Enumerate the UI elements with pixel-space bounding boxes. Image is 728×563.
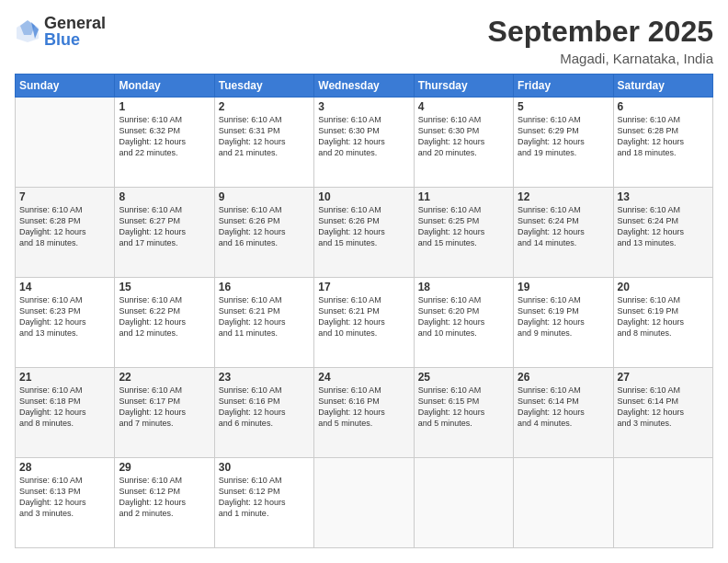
month-title: September 2025	[488, 15, 713, 49]
logo-blue-text: Blue	[44, 31, 106, 48]
day-info: Sunrise: 6:10 AM Sunset: 6:15 PM Dayligh…	[418, 385, 509, 430]
calendar-cell: 19Sunrise: 6:10 AM Sunset: 6:19 PM Dayli…	[514, 278, 613, 368]
day-info: Sunrise: 6:10 AM Sunset: 6:27 PM Dayligh…	[119, 204, 210, 249]
day-info: Sunrise: 6:10 AM Sunset: 6:30 PM Dayligh…	[418, 114, 509, 159]
calendar-cell	[414, 458, 513, 548]
location-title: Magadi, Karnataka, India	[488, 51, 713, 66]
day-info: Sunrise: 6:10 AM Sunset: 6:21 PM Dayligh…	[318, 294, 409, 339]
day-header-sunday: Sunday	[16, 75, 115, 98]
day-number: 9	[219, 190, 310, 203]
calendar-cell: 18Sunrise: 6:10 AM Sunset: 6:20 PM Dayli…	[414, 278, 513, 368]
calendar-cell: 2Sunrise: 6:10 AM Sunset: 6:31 PM Daylig…	[214, 98, 313, 188]
day-number: 26	[518, 371, 609, 384]
calendar-cell: 17Sunrise: 6:10 AM Sunset: 6:21 PM Dayli…	[314, 278, 414, 368]
day-header-monday: Monday	[115, 75, 214, 98]
day-number: 13	[618, 190, 709, 203]
calendar-cell: 10Sunrise: 6:10 AM Sunset: 6:26 PM Dayli…	[314, 188, 414, 278]
calendar-cell: 21Sunrise: 6:10 AM Sunset: 6:18 PM Dayli…	[16, 368, 115, 458]
calendar-cell: 6Sunrise: 6:10 AM Sunset: 6:28 PM Daylig…	[613, 98, 712, 188]
day-header-wednesday: Wednesday	[314, 75, 414, 98]
day-number: 30	[219, 461, 310, 474]
day-info: Sunrise: 6:10 AM Sunset: 6:28 PM Dayligh…	[19, 204, 110, 249]
calendar-week-row: 1Sunrise: 6:10 AM Sunset: 6:32 PM Daylig…	[16, 98, 713, 188]
calendar-cell: 26Sunrise: 6:10 AM Sunset: 6:14 PM Dayli…	[514, 368, 613, 458]
day-number: 28	[19, 461, 110, 474]
calendar-cell: 14Sunrise: 6:10 AM Sunset: 6:23 PM Dayli…	[16, 278, 115, 368]
calendar-cell: 29Sunrise: 6:10 AM Sunset: 6:12 PM Dayli…	[115, 458, 214, 548]
day-info: Sunrise: 6:10 AM Sunset: 6:21 PM Dayligh…	[219, 294, 310, 339]
logo-icon	[15, 18, 40, 44]
day-number: 10	[318, 190, 409, 203]
day-number: 23	[219, 371, 310, 384]
day-info: Sunrise: 6:10 AM Sunset: 6:19 PM Dayligh…	[618, 294, 709, 339]
day-number: 21	[19, 371, 110, 384]
day-number: 6	[618, 100, 709, 113]
calendar-header-row: SundayMondayTuesdayWednesdayThursdayFrid…	[16, 75, 713, 98]
day-number: 11	[418, 190, 509, 203]
day-header-tuesday: Tuesday	[214, 75, 313, 98]
logo-text: General Blue	[44, 15, 106, 48]
calendar-cell	[314, 458, 414, 548]
day-number: 18	[418, 281, 509, 293]
calendar-cell: 20Sunrise: 6:10 AM Sunset: 6:19 PM Dayli…	[613, 278, 712, 368]
day-number: 15	[119, 281, 210, 293]
calendar-cell: 25Sunrise: 6:10 AM Sunset: 6:15 PM Dayli…	[414, 368, 513, 458]
calendar-week-row: 7Sunrise: 6:10 AM Sunset: 6:28 PM Daylig…	[16, 188, 713, 278]
day-info: Sunrise: 6:10 AM Sunset: 6:26 PM Dayligh…	[318, 204, 409, 249]
day-info: Sunrise: 6:10 AM Sunset: 6:30 PM Dayligh…	[318, 114, 409, 159]
calendar-cell: 13Sunrise: 6:10 AM Sunset: 6:24 PM Dayli…	[613, 188, 712, 278]
calendar-cell	[613, 458, 712, 548]
day-number: 20	[618, 281, 709, 293]
day-info: Sunrise: 6:10 AM Sunset: 6:19 PM Dayligh…	[518, 294, 609, 339]
day-info: Sunrise: 6:10 AM Sunset: 6:22 PM Dayligh…	[119, 294, 210, 339]
day-number: 7	[19, 190, 110, 203]
day-number: 29	[119, 461, 210, 474]
day-info: Sunrise: 6:10 AM Sunset: 6:32 PM Dayligh…	[119, 114, 210, 159]
calendar-cell: 3Sunrise: 6:10 AM Sunset: 6:30 PM Daylig…	[314, 98, 414, 188]
calendar-cell: 5Sunrise: 6:10 AM Sunset: 6:29 PM Daylig…	[514, 98, 613, 188]
day-number: 8	[119, 190, 210, 203]
day-info: Sunrise: 6:10 AM Sunset: 6:24 PM Dayligh…	[618, 204, 709, 249]
day-info: Sunrise: 6:10 AM Sunset: 6:18 PM Dayligh…	[19, 385, 110, 430]
calendar-cell: 9Sunrise: 6:10 AM Sunset: 6:26 PM Daylig…	[214, 188, 313, 278]
day-number: 22	[119, 371, 210, 384]
day-header-friday: Friday	[514, 75, 613, 98]
page: General Blue September 2025 Magadi, Karn…	[0, 0, 728, 563]
day-number: 3	[318, 100, 409, 113]
day-info: Sunrise: 6:10 AM Sunset: 6:12 PM Dayligh…	[119, 475, 210, 520]
calendar-cell: 12Sunrise: 6:10 AM Sunset: 6:24 PM Dayli…	[514, 188, 613, 278]
calendar-cell: 30Sunrise: 6:10 AM Sunset: 6:12 PM Dayli…	[214, 458, 313, 548]
calendar-cell: 22Sunrise: 6:10 AM Sunset: 6:17 PM Dayli…	[115, 368, 214, 458]
day-info: Sunrise: 6:10 AM Sunset: 6:13 PM Dayligh…	[19, 475, 110, 520]
day-info: Sunrise: 6:10 AM Sunset: 6:26 PM Dayligh…	[219, 204, 310, 249]
day-info: Sunrise: 6:10 AM Sunset: 6:16 PM Dayligh…	[318, 385, 409, 430]
calendar-week-row: 21Sunrise: 6:10 AM Sunset: 6:18 PM Dayli…	[16, 368, 713, 458]
calendar-week-row: 28Sunrise: 6:10 AM Sunset: 6:13 PM Dayli…	[16, 458, 713, 548]
calendar-cell: 28Sunrise: 6:10 AM Sunset: 6:13 PM Dayli…	[16, 458, 115, 548]
day-number: 2	[219, 100, 310, 113]
calendar-cell: 4Sunrise: 6:10 AM Sunset: 6:30 PM Daylig…	[414, 98, 513, 188]
logo: General Blue	[15, 15, 106, 48]
day-number: 19	[518, 281, 609, 293]
day-header-thursday: Thursday	[414, 75, 513, 98]
day-info: Sunrise: 6:10 AM Sunset: 6:29 PM Dayligh…	[518, 114, 609, 159]
day-info: Sunrise: 6:10 AM Sunset: 6:16 PM Dayligh…	[219, 385, 310, 430]
calendar-cell: 15Sunrise: 6:10 AM Sunset: 6:22 PM Dayli…	[115, 278, 214, 368]
day-info: Sunrise: 6:10 AM Sunset: 6:24 PM Dayligh…	[518, 204, 609, 249]
day-number: 4	[418, 100, 509, 113]
day-number: 5	[518, 100, 609, 113]
day-info: Sunrise: 6:10 AM Sunset: 6:28 PM Dayligh…	[618, 114, 709, 159]
calendar-cell: 24Sunrise: 6:10 AM Sunset: 6:16 PM Dayli…	[314, 368, 414, 458]
day-number: 12	[518, 190, 609, 203]
day-info: Sunrise: 6:10 AM Sunset: 6:31 PM Dayligh…	[219, 114, 310, 159]
day-number: 25	[418, 371, 509, 384]
title-block: September 2025 Magadi, Karnataka, India	[488, 15, 713, 66]
day-info: Sunrise: 6:10 AM Sunset: 6:20 PM Dayligh…	[418, 294, 509, 339]
day-info: Sunrise: 6:10 AM Sunset: 6:25 PM Dayligh…	[418, 204, 509, 249]
calendar-cell: 16Sunrise: 6:10 AM Sunset: 6:21 PM Dayli…	[214, 278, 313, 368]
calendar-cell: 23Sunrise: 6:10 AM Sunset: 6:16 PM Dayli…	[214, 368, 313, 458]
day-info: Sunrise: 6:10 AM Sunset: 6:17 PM Dayligh…	[119, 385, 210, 430]
calendar-week-row: 14Sunrise: 6:10 AM Sunset: 6:23 PM Dayli…	[16, 278, 713, 368]
calendar-cell: 8Sunrise: 6:10 AM Sunset: 6:27 PM Daylig…	[115, 188, 214, 278]
day-info: Sunrise: 6:10 AM Sunset: 6:14 PM Dayligh…	[618, 385, 709, 430]
